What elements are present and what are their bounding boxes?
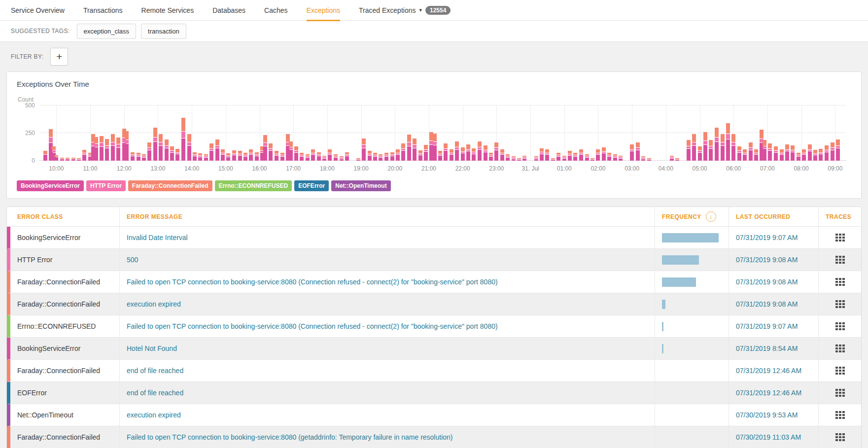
- chart-bar: [345, 152, 349, 161]
- traces-button[interactable]: [819, 271, 861, 293]
- chart-bar-segment-booking: [630, 151, 634, 161]
- chart-bar-segment-faraday: [356, 158, 360, 159]
- traces-button[interactable]: [819, 249, 861, 271]
- add-filter-button[interactable]: +: [50, 48, 68, 66]
- chart-bar: [384, 153, 388, 161]
- error-message-link[interactable]: execution expired: [120, 404, 655, 426]
- chart-bar: [791, 145, 795, 161]
- last-occurred-link[interactable]: 07/30/2019 11:03 AM: [729, 426, 819, 448]
- chart-bar-segment-faraday: [401, 143, 405, 148]
- last-occurred-link[interactable]: 07/31/2019 9:08 AM: [729, 271, 819, 293]
- chart-bar-segment-http: [726, 134, 730, 139]
- frequency-cell: [655, 426, 729, 448]
- error-message-link[interactable]: execution expired: [120, 293, 655, 315]
- chart-bar-segment-faraday: [517, 158, 521, 159]
- chart-bar-segment-http: [780, 153, 784, 154]
- chart-bar: [269, 143, 273, 161]
- chart-bar-segment-faraday: [687, 140, 691, 146]
- traces-grid-cell: [835, 389, 838, 391]
- sort-descending-icon[interactable]: ↓: [706, 211, 716, 222]
- tab-transactions[interactable]: Transactions: [83, 0, 123, 21]
- chart-bar-segment-http: [111, 142, 115, 145]
- chart-bar-segment-booking: [831, 150, 834, 161]
- tab-databases[interactable]: Databases: [212, 0, 245, 21]
- chart-bar: [111, 134, 115, 161]
- traces-grid-cell: [839, 373, 841, 375]
- chart-bar-segment-http: [607, 155, 611, 156]
- traces-button[interactable]: [819, 227, 861, 248]
- legend-chip-eoferror[interactable]: EOFError: [294, 180, 329, 191]
- error-message-link[interactable]: Invalid Date Interval: [120, 227, 655, 248]
- legend-chip-faraday-connectionfailed[interactable]: Faraday::ConnectionFailed: [128, 180, 212, 191]
- chart-bar: [698, 146, 702, 161]
- traces-button[interactable]: [819, 293, 861, 315]
- error-message-link[interactable]: Failed to open TCP connection to booking…: [120, 271, 655, 293]
- last-occurred-link[interactable]: 07/31/2019 9:08 AM: [729, 249, 819, 271]
- last-occurred-link[interactable]: 07/31/2019 9:08 AM: [729, 293, 819, 315]
- chart-bar-segment-http: [819, 153, 823, 154]
- chart-bar-segment-faraday: [455, 141, 459, 147]
- traces-button[interactable]: [819, 338, 861, 359]
- nav-tabs: Service OverviewTransactionsRemote Servi…: [11, 0, 451, 21]
- error-message-link[interactable]: Failed to open TCP connection to booking…: [120, 426, 655, 448]
- traces-button[interactable]: [819, 404, 861, 426]
- chart-bar-segment-booking: [602, 153, 606, 161]
- tab-exceptions[interactable]: Exceptions: [307, 0, 340, 21]
- traces-button[interactable]: [819, 426, 861, 448]
- chart-bar-segment-faraday: [294, 146, 298, 150]
- tab-remote-services[interactable]: Remote Services: [141, 0, 194, 21]
- chart-bar: [170, 146, 174, 161]
- chart-bar-segment-booking: [198, 157, 202, 161]
- legend-chip-errno-econnrefused[interactable]: Errno::ECONNREFUSED: [215, 180, 292, 191]
- chart-bar: [636, 142, 640, 161]
- traces-grid-cell: [835, 347, 838, 349]
- error-message-link[interactable]: end of file reached: [120, 360, 655, 381]
- chart-bar-segment-booking: [763, 149, 766, 161]
- x-axis-tick-label: 11:00: [83, 165, 97, 172]
- chart-bar-segment-faraday: [215, 139, 219, 145]
- chart-bar-segment-faraday: [384, 153, 388, 155]
- chart-bar: [105, 139, 109, 161]
- error-class-cell: EOFError: [10, 382, 120, 404]
- chart-bar-segment-booking: [780, 155, 784, 161]
- traces-grid-cell: [839, 300, 841, 302]
- traces-button[interactable]: [819, 360, 861, 381]
- tab-traced-exceptions[interactable]: Traced Exceptions▾12554: [359, 0, 451, 21]
- chart-bar-segment-http: [687, 146, 691, 148]
- error-message-link[interactable]: 500: [120, 249, 655, 271]
- tab-service-overview[interactable]: Service Overview: [11, 0, 65, 21]
- top-navigation: Service OverviewTransactionsRemote Servi…: [0, 0, 868, 21]
- last-occurred-link[interactable]: 07/30/2019 9:53 AM: [729, 404, 819, 426]
- x-axis-tick-label: 09:00: [828, 165, 842, 172]
- last-occurred-link[interactable]: 07/31/2019 9:07 AM: [729, 227, 819, 248]
- chart-bar-segment-faraday: [433, 134, 437, 141]
- traces-button[interactable]: [819, 315, 861, 337]
- traces-grid-cell: [842, 417, 845, 419]
- chart-bar-segment-booking: [749, 150, 753, 161]
- error-message-link[interactable]: Hotel Not Found: [120, 338, 655, 359]
- traces-button[interactable]: [819, 382, 861, 404]
- tab-caches[interactable]: Caches: [264, 0, 287, 21]
- chart-bar-segment-booking: [131, 156, 135, 161]
- traces-grid-cell: [839, 325, 841, 327]
- chart-bar-segment-faraday: [368, 151, 372, 154]
- legend-chip-net-opentimeout[interactable]: Net::OpenTimeout: [331, 180, 390, 191]
- legend-chip-http-error[interactable]: HTTP Error: [86, 180, 126, 191]
- chart-bar: [444, 143, 448, 161]
- error-message-link[interactable]: end of file reached: [120, 382, 655, 404]
- traces-grid-cell: [842, 436, 845, 438]
- suggested-tag-transaction[interactable]: transaction: [141, 24, 186, 39]
- chart-bar-segment-booking: [54, 157, 58, 161]
- chart-bar-segment-booking: [562, 159, 566, 161]
- error-message-link[interactable]: Failed to open TCP connection to booking…: [120, 315, 655, 337]
- last-occurred-link[interactable]: 07/31/2019 12:46 AM: [729, 382, 819, 404]
- last-occurred-link[interactable]: 07/31/2019 12:46 AM: [729, 360, 819, 381]
- chart-bar-segment-booking: [596, 155, 600, 161]
- last-occurred-link[interactable]: 07/31/2019 8:54 AM: [729, 338, 819, 359]
- last-occurred-link[interactable]: 07/31/2019 9:07 AM: [729, 315, 819, 337]
- chart-bar-segment-faraday: [243, 153, 247, 155]
- traces-grid-icon: [835, 234, 845, 241]
- traces-grid-cell: [842, 345, 845, 346]
- legend-chip-bookingserviceerror[interactable]: BookingServiceError: [17, 180, 84, 191]
- suggested-tag-exception-class[interactable]: exception_class: [77, 24, 137, 39]
